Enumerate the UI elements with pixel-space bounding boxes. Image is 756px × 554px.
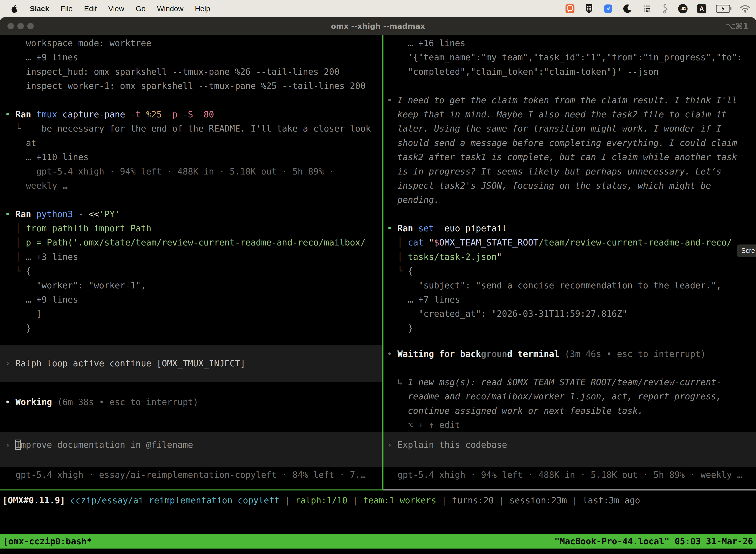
terminal-line: } bbox=[0, 321, 382, 335]
terminal-line: … +110 lines bbox=[0, 150, 382, 164]
right-pane-statusline: gpt-5.4 xhigh · 94% left · 488K in · 5.1… bbox=[383, 468, 756, 482]
terminal-line: └ be necessary for the end of the README… bbox=[0, 122, 382, 136]
terminal-line: │ cat "$OMX_TEAM_STATE_ROOT/team/review-… bbox=[383, 235, 756, 250]
terminal-line: └ { bbox=[0, 264, 382, 278]
menu-bar-status-icons: ..61 A bbox=[565, 3, 751, 14]
terminal-line: '{"team_name":"my-team","task_id":"1","f… bbox=[383, 50, 756, 64]
terminal-line: • Ran python3 - <<'PY' bbox=[0, 207, 382, 221]
terminal-line: should send a message before completing … bbox=[383, 136, 756, 150]
menu-item-window[interactable]: Window bbox=[157, 4, 184, 13]
traffic-lights bbox=[7, 23, 34, 29]
apple-logo-icon[interactable] bbox=[11, 4, 18, 13]
terminal-line: "worker": "worker-1", bbox=[0, 278, 382, 293]
battery-icon[interactable] bbox=[716, 5, 730, 13]
tmux-status-bar: [omx-cczip0:bash* "MacBook-Pro-44.local"… bbox=[0, 534, 756, 549]
terminal-line: gpt-5.4 xhigh · 94% left · 488K in · 5.1… bbox=[0, 165, 382, 179]
terminal-line: is in progress? It seems likely but perh… bbox=[383, 165, 756, 179]
right-prompt-text: › Explain this codebase bbox=[383, 438, 756, 452]
terminal-line: │ tasks/task-2.json" bbox=[383, 250, 756, 264]
close-button[interactable] bbox=[7, 23, 14, 29]
terminal-line bbox=[0, 193, 382, 207]
terminal-line: ] bbox=[0, 307, 382, 321]
terminal-line: ⌥ + ↑ edit bbox=[383, 418, 756, 432]
terminal-line: ↳ 1 new msg(s): read $OMX_TEAM_STATE_ROO… bbox=[383, 375, 756, 389]
tmux-session-label: [omx-cczip0:bash* bbox=[3, 536, 92, 546]
terminal-line: • Ran tmux capture-pane -t %25 -p -S -80 bbox=[0, 107, 382, 122]
terminal-line: weekly … bbox=[0, 179, 382, 193]
squiggle-icon[interactable] bbox=[661, 3, 669, 14]
right-pane-bottom-border bbox=[383, 490, 756, 491]
terminal-line: workspace_mode: worktree bbox=[0, 36, 382, 50]
terminal-line: │ … +3 lines bbox=[0, 250, 382, 264]
mailbox-message-block: ↳ 1 new msg(s): read $OMX_TEAM_STATE_ROO… bbox=[383, 375, 756, 432]
terminal-line: … +7 lines bbox=[383, 293, 756, 307]
terminal-line: inspect_worker-1: omx sparkshell --tmux-… bbox=[0, 79, 382, 93]
left-prompt-text: › Improve documentation in @filename bbox=[0, 438, 382, 452]
terminal-window: workspace_mode: worktree … +9 lines insp… bbox=[0, 35, 756, 554]
working-status: • Working (6m 38s • esc to interrupt) bbox=[0, 395, 382, 409]
waiting-status: • Waiting for background terminal (3m 46… bbox=[383, 347, 756, 361]
dots-grid-icon[interactable] bbox=[642, 4, 652, 14]
terminal-line: at bbox=[0, 136, 382, 150]
terminal-line bbox=[0, 93, 382, 107]
left-pane[interactable]: workspace_mode: worktree … +9 lines insp… bbox=[0, 35, 382, 490]
ralph-loop-banner: › Ralph loop active continue [OMX_TMUX_I… bbox=[0, 345, 382, 382]
terminal-line: └ { bbox=[383, 264, 756, 278]
terminal-line: … +16 lines bbox=[383, 36, 756, 50]
terminal-line: continue assigned work or next feasible … bbox=[383, 404, 756, 418]
menu-item-view[interactable]: View bbox=[108, 4, 124, 13]
percent-badge-icon[interactable]: ..61 bbox=[678, 4, 688, 13]
menu-item-help[interactable]: Help bbox=[195, 4, 210, 13]
terminal-line: │ from pathlib import Path bbox=[0, 221, 382, 235]
left-pane-bottom-border bbox=[0, 490, 383, 491]
tmux-host-clock-label: "MacBook-Pro-44.local" 05:03 31-Mar-26 bbox=[554, 536, 753, 546]
left-pane-statusline: gpt-5.4 xhigh · essay/ai-reimplementatio… bbox=[0, 468, 382, 482]
menu-bar: Slack File Edit View Go Window Help bbox=[0, 0, 756, 17]
terminal-line: "created_at": "2026-03-31T11:59:27.816Z" bbox=[383, 307, 756, 321]
terminal-line: • I need to get the claim token from the… bbox=[383, 93, 756, 107]
wifi-icon[interactable] bbox=[740, 4, 751, 13]
window-shortcut-badge: ⌥⌘1 bbox=[726, 21, 749, 31]
terminal-line: } bbox=[383, 321, 756, 335]
terminal-line: keep that in mind. Maybe I also need the… bbox=[383, 107, 756, 122]
right-pane-output: … +16 lines '{"team_name":"my-team","tas… bbox=[383, 35, 756, 335]
window-title-bar: omx --xhigh --madmax ⌥⌘1 bbox=[0, 17, 756, 35]
right-pane[interactable]: … +16 lines '{"team_name":"my-team","tas… bbox=[383, 35, 756, 490]
screen-tooltip-label: Scre bbox=[741, 247, 755, 255]
ralph-loop-text: › Ralph loop active continue [OMX_TMUX_I… bbox=[0, 356, 245, 371]
terminal-line bbox=[383, 207, 756, 221]
terminal-line bbox=[383, 79, 756, 93]
terminal-line: … +9 lines bbox=[0, 293, 382, 307]
keyboard-layout-icon[interactable]: A bbox=[697, 4, 706, 13]
terminal-line: readme-and-reco/mailbox/worker-1.json, a… bbox=[383, 389, 756, 403]
terminal-line: … +9 lines bbox=[0, 50, 382, 64]
terminal-line: │ p = Path('.omx/state/team/review-curre… bbox=[0, 235, 382, 250]
left-prompt-input[interactable]: › Improve documentation in @filename bbox=[0, 432, 382, 467]
terminal-line: • Ran set -euo pipefail bbox=[383, 221, 756, 235]
terminal-line: pending. bbox=[383, 193, 756, 207]
menu-item-slack[interactable]: Slack bbox=[30, 4, 49, 13]
left-pane-output: workspace_mode: worktree … +9 lines insp… bbox=[0, 35, 382, 335]
terminal-line: task2 after task1 is complete, but can I… bbox=[383, 150, 756, 164]
terminal-line: later. Using the same for transition mig… bbox=[383, 122, 756, 136]
terminal-line: inspect task2's JSON, focusing on the st… bbox=[383, 179, 756, 193]
terminal-line: "subject": "send a concise recommendatio… bbox=[383, 278, 756, 293]
menu-item-edit[interactable]: Edit bbox=[84, 4, 97, 13]
zoom-button[interactable] bbox=[27, 23, 34, 29]
minimize-button[interactable] bbox=[17, 23, 24, 29]
menu-item-file[interactable]: File bbox=[61, 4, 72, 13]
terminal-line: inspect_hud: omx sparkshell --tmux-pane … bbox=[0, 65, 382, 79]
shield-grid-icon[interactable] bbox=[584, 4, 594, 14]
chat-app-icon[interactable] bbox=[565, 4, 575, 14]
right-prompt-input[interactable]: › Explain this codebase bbox=[383, 432, 756, 467]
omx-status-line: [OMX#0.11.9] cczip/essay/ai-reimplementa… bbox=[0, 493, 756, 508]
menu-item-go[interactable]: Go bbox=[136, 4, 145, 13]
screen-tooltip: Scre bbox=[737, 244, 756, 257]
spark-badge-icon[interactable] bbox=[603, 4, 613, 14]
terminal-line: "completed","claim_token":"claim-token"}… bbox=[383, 65, 756, 79]
crescent-icon[interactable] bbox=[623, 4, 632, 14]
window-title: omx --xhigh --madmax bbox=[0, 22, 756, 31]
